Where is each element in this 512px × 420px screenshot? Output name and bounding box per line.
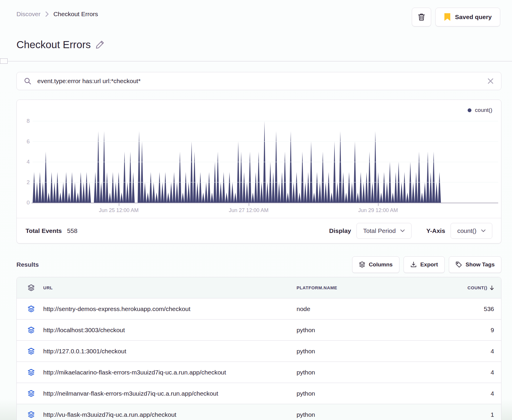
chevron-down-icon bbox=[481, 229, 486, 232]
table-body: http://sentry-demos-express.herokuapp.co… bbox=[17, 298, 501, 420]
x-axis-label: Jun 25 12:00 AM bbox=[99, 207, 138, 214]
cell-url: http://127.0.0.1:3001/checkout bbox=[43, 348, 289, 355]
row-stack-icon[interactable] bbox=[27, 390, 36, 397]
export-button[interactable]: Export bbox=[404, 256, 445, 273]
stack-icon bbox=[359, 261, 365, 268]
cell-url: http://mikaelacarino-flask-errors-m3uuiz… bbox=[43, 369, 289, 376]
gridline bbox=[33, 121, 498, 121]
total-events-label: Total Events bbox=[26, 227, 62, 234]
page-title: Checkout Errors bbox=[16, 39, 512, 51]
cell-url: http://localhost:3003/checkout bbox=[43, 327, 289, 334]
chart-legend[interactable]: count() bbox=[468, 107, 492, 113]
cell-count: 4 bbox=[444, 390, 494, 397]
table-row[interactable]: http://neilmanvar-flask-errors-m3uuizd7i… bbox=[17, 383, 501, 404]
cell-url: http://neilmanvar-flask-errors-m3uuizd7i… bbox=[43, 390, 289, 397]
cell-url: http://sentry-demos-express.herokuapp.co… bbox=[43, 305, 289, 313]
columns-button-label: Columns bbox=[369, 261, 393, 268]
cell-url: http://vu-flask-m3uuizd7iq-uc.a.run.app/… bbox=[43, 411, 289, 418]
cell-platform: python bbox=[297, 390, 436, 397]
display-label: Display bbox=[329, 227, 351, 234]
show-tags-button[interactable]: Show Tags bbox=[449, 256, 501, 273]
y-axis-label: 0 bbox=[18, 199, 30, 206]
x-axis-tick bbox=[119, 203, 119, 206]
top-bar: Discover Checkout Errors Saved query bbox=[0, 0, 512, 26]
breadcrumb-discover[interactable]: Discover bbox=[16, 11, 41, 18]
gridline bbox=[33, 182, 498, 182]
y-axis-label: 8 bbox=[18, 118, 30, 124]
delete-query-button[interactable] bbox=[412, 8, 431, 26]
header-divider bbox=[0, 61, 512, 61]
breadcrumb: Discover Checkout Errors bbox=[16, 8, 98, 18]
search-icon bbox=[24, 77, 31, 85]
display-dropdown[interactable]: Total Period bbox=[357, 223, 412, 239]
table-header-row: URL PLATFORM.NAME COUNT() bbox=[17, 277, 501, 298]
x-axis-tick bbox=[378, 203, 379, 206]
row-stack-icon[interactable] bbox=[27, 305, 36, 313]
chevron-right-icon bbox=[45, 11, 49, 17]
x-axis-tick bbox=[249, 203, 249, 206]
total-events-value: 558 bbox=[67, 227, 77, 234]
tag-icon bbox=[456, 261, 462, 268]
x-axis-label: Jun 27 12:00 AM bbox=[229, 207, 268, 214]
cell-count: 9 bbox=[444, 327, 494, 334]
chevron-down-icon bbox=[400, 229, 405, 232]
row-stack-icon[interactable] bbox=[27, 411, 36, 418]
stack-icon[interactable] bbox=[27, 284, 36, 291]
yaxis-label: Y-Axis bbox=[426, 227, 445, 234]
trash-icon bbox=[417, 13, 426, 21]
results-bar: Results Columns Export bbox=[16, 256, 501, 273]
results-heading: Results bbox=[16, 261, 39, 268]
row-stack-icon[interactable] bbox=[27, 369, 36, 376]
yaxis-dropdown-value: count() bbox=[457, 227, 476, 234]
export-button-label: Export bbox=[420, 261, 438, 268]
cell-count: 536 bbox=[444, 305, 494, 313]
search-input[interactable] bbox=[37, 78, 481, 85]
cell-platform: python bbox=[297, 327, 436, 334]
table-row[interactable]: http://vu-flask-m3uuizd7iq-uc.a.run.app/… bbox=[17, 404, 501, 420]
x-axis-labels: Jun 25 12:00 AMJun 27 12:00 AMJun 29 12:… bbox=[33, 203, 498, 218]
chart-plot-area: 02468 bbox=[33, 121, 498, 203]
display-dropdown-value: Total Period bbox=[363, 227, 396, 234]
cell-count: 4 bbox=[444, 369, 494, 376]
table-row[interactable]: http://127.0.0.1:3001/checkout python 4 bbox=[17, 341, 501, 362]
saved-query-button[interactable]: Saved query bbox=[435, 8, 500, 26]
column-header-platform[interactable]: PLATFORM.NAME bbox=[297, 285, 436, 290]
column-header-url[interactable]: URL bbox=[43, 285, 289, 290]
bookmark-icon bbox=[444, 13, 451, 21]
show-tags-button-label: Show Tags bbox=[466, 261, 495, 268]
y-axis-label: 2 bbox=[18, 179, 30, 186]
resize-handle[interactable] bbox=[0, 58, 8, 64]
columns-button[interactable]: Columns bbox=[352, 256, 399, 273]
x-axis-label: Jun 29 12:00 AM bbox=[358, 207, 398, 214]
cell-platform: node bbox=[297, 305, 436, 313]
y-axis-label: 6 bbox=[18, 138, 30, 145]
table-row[interactable]: http://localhost:3003/checkout python 9 bbox=[17, 320, 501, 341]
row-stack-icon[interactable] bbox=[27, 348, 36, 355]
row-stack-icon[interactable] bbox=[27, 327, 36, 334]
results-table: URL PLATFORM.NAME COUNT() http://sentry-… bbox=[16, 277, 501, 420]
table-row[interactable]: http://mikaelacarino-flask-errors-m3uuiz… bbox=[17, 362, 501, 383]
gridline bbox=[33, 141, 498, 142]
cell-platform: python bbox=[297, 348, 436, 355]
edit-pencil-icon[interactable] bbox=[96, 40, 104, 49]
cell-platform: python bbox=[297, 411, 436, 418]
column-header-count[interactable]: COUNT() bbox=[444, 285, 494, 290]
chart-footer: Total Events 558 Display Total Period Y-… bbox=[17, 218, 501, 243]
saved-query-label: Saved query bbox=[455, 14, 492, 21]
search-bar bbox=[16, 72, 501, 90]
cell-count: 4 bbox=[444, 348, 494, 355]
sort-desc-icon bbox=[490, 285, 494, 290]
gridline bbox=[33, 162, 498, 162]
yaxis-dropdown[interactable]: count() bbox=[451, 223, 492, 239]
breadcrumb-current: Checkout Errors bbox=[53, 11, 98, 18]
events-chart-panel: count() 02468 Jun 25 12:00 AMJun 27 12:0… bbox=[16, 100, 501, 243]
legend-label: count() bbox=[475, 107, 492, 113]
cell-platform: python bbox=[297, 369, 436, 376]
table-row[interactable]: http://sentry-demos-express.herokuapp.co… bbox=[17, 298, 501, 320]
legend-dot bbox=[468, 108, 471, 112]
page-title-text: Checkout Errors bbox=[16, 39, 91, 51]
y-axis-label: 4 bbox=[18, 159, 30, 165]
download-icon bbox=[410, 261, 417, 268]
clear-search-icon[interactable] bbox=[487, 78, 494, 85]
cell-count: 1 bbox=[444, 411, 494, 418]
